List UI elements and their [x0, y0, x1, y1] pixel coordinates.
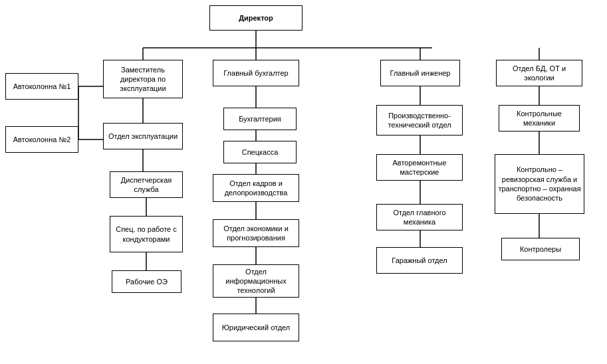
box-kontrolnie_meh: Контрольные механики: [499, 105, 580, 132]
box-director: Директор: [209, 5, 303, 31]
box-otdel_gl_meh: Отдел главного механика: [376, 204, 463, 230]
box-kontrol_rev: Контрольно – ревизорская служба и трансп…: [495, 154, 584, 214]
box-otdel_kadrov: Отдел кадров и делопроизводства: [213, 174, 299, 202]
box-otdel_bd_ot: Отдел БД, ОТ и экологии: [496, 60, 582, 86]
box-rabochie_oe: Рабочие ОЭ: [112, 270, 182, 293]
box-disp_sluzhba: Диспетчерская служба: [110, 171, 183, 198]
box-spec_konduktr: Спец. по работе с кондукторами: [110, 216, 183, 252]
box-zamdir: Заместитель директора по эксплуатации: [103, 60, 183, 98]
org-chart: ДиректорАвтоколонна №1Автоколонна №2Заме…: [0, 0, 607, 364]
box-garazh_otdel: Гаражный отдел: [376, 247, 463, 274]
box-avtokolonna2: Автоколонна №2: [5, 126, 78, 153]
box-gl_inzhener: Главный инженер: [380, 60, 460, 86]
box-gl_buhgalter: Главный бухгалтер: [213, 60, 299, 86]
box-kontrolery: Контролеры: [501, 238, 580, 260]
box-spetskassa: Спецкасса: [223, 141, 297, 163]
box-otdel_it: Отдел информационных технологий: [213, 264, 299, 298]
box-buhgalteriya: Бухгалтерия: [223, 108, 297, 130]
box-yurid_otdel: Юридический отдел: [213, 314, 299, 341]
box-otdel_ekon: Отдел экономики и прогнозирования: [213, 219, 299, 247]
box-avtokolonna1: Автоколонна №1: [5, 73, 78, 100]
box-proiz_tech: Производственно-технический отдел: [376, 105, 463, 136]
box-avtoremontnie: Авторемонтные мастерские: [376, 154, 463, 181]
box-otdel_ekspl: Отдел эксплуатации: [103, 123, 183, 149]
